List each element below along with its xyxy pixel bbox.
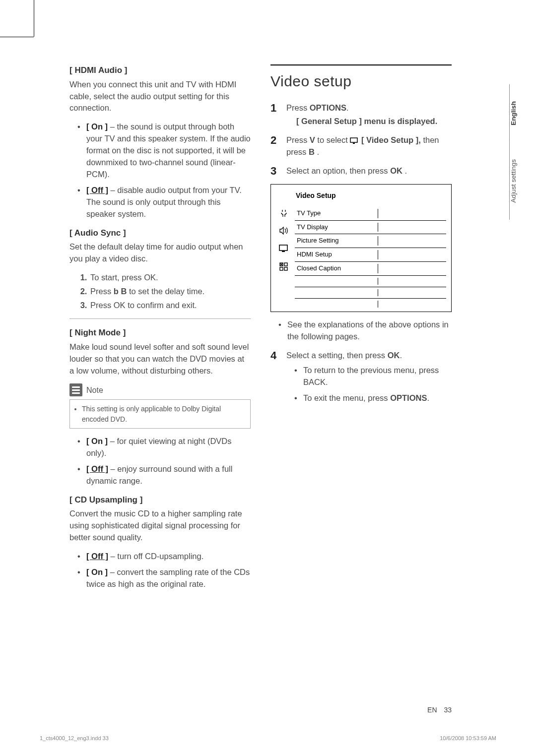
- note-label: Note: [86, 384, 103, 396]
- svg-rect-5: [284, 263, 287, 266]
- page-content: [ HDMI Audio ] When you connect this uni…: [69, 64, 452, 597]
- preference-setup-icon: [276, 262, 292, 271]
- osd-row-tvtype: TV Type: [297, 209, 378, 218]
- night-on-label: [ On ]: [86, 437, 108, 445]
- note-icon: [69, 383, 82, 396]
- step-1: 1 Press OPTIONS. [ General Setup ] menu …: [270, 102, 452, 128]
- cd-up-heading: [ CD Upsampling ]: [69, 494, 251, 506]
- svg-rect-7: [284, 267, 287, 270]
- hdmi-off-text: – disable audio output from your TV. The…: [86, 186, 242, 218]
- audio-sync-desc: Set the default delay time for audio out…: [69, 241, 251, 265]
- osd-title: Video Setup: [296, 190, 446, 200]
- video-setup-icon: [276, 245, 292, 253]
- svg-rect-2: [279, 245, 287, 251]
- audio-sync-step1: To start, press OK.: [89, 272, 251, 284]
- osd-row-tvdisplay: TV Display: [297, 223, 378, 232]
- night-mode-section: [ Night Mode ] Make loud sound level sof…: [69, 327, 251, 487]
- cd-off-item: [ Off ] – turn off CD-upsampling.: [69, 551, 251, 563]
- general-setup-icon: [276, 209, 292, 218]
- step-3: 3 Select an option, then press OK .: [270, 165, 452, 177]
- night-off-label: [ Off ]: [86, 464, 108, 473]
- osd-video-setup: Video Setup TV T: [270, 184, 452, 312]
- night-mode-desc: Make loud sound level softer and soft so…: [69, 341, 251, 377]
- night-off-item: [ Off ] – enjoy surround sound with a fu…: [69, 463, 251, 487]
- audio-sync-heading: [ Audio Sync ]: [69, 227, 251, 240]
- footer-page: 33: [444, 706, 452, 714]
- cd-off-text: – turn off CD-upsampling.: [108, 552, 203, 561]
- cd-off-label: [ Off ]: [86, 552, 108, 561]
- osd-icon-column: [276, 207, 292, 310]
- side-tab-language: English: [509, 84, 517, 142]
- svg-rect-3: [282, 251, 285, 252]
- hdmi-on-item: [ On ] – the sound is output through bot…: [69, 121, 251, 181]
- audio-sync-step2: Press b B to set the delay time.: [89, 286, 251, 298]
- audio-setup-icon: [276, 227, 292, 236]
- night-mode-heading: [ Night Mode ]: [69, 327, 251, 339]
- side-tab-section: Adjust settings: [509, 142, 517, 220]
- hdmi-off-label: [ Off ]: [86, 186, 108, 194]
- step4-exit: To exit the menu, press OPTIONS.: [286, 392, 452, 404]
- hdmi-audio-desc: When you connect this unit and TV with H…: [69, 79, 251, 115]
- cd-on-item: [ On ] – convert the sampling rate of th…: [69, 567, 251, 590]
- note-header: Note: [69, 383, 251, 396]
- osd-row-hdmi: HDMI Setup: [297, 250, 378, 259]
- osd-row-cc: Closed Caption: [297, 264, 378, 273]
- svg-rect-0: [350, 138, 357, 142]
- cd-up-desc: Convert the music CD to a higher samplin…: [69, 508, 251, 544]
- audio-sync-step3: Press OK to conﬁrm and exit.: [89, 300, 251, 312]
- above-options-note: See the explanations of the above option…: [270, 319, 452, 343]
- night-off-text: – enjoy surround sound with a full dynam…: [86, 464, 232, 485]
- hdmi-audio-heading: [ HDMI Audio ]: [69, 64, 251, 77]
- hdmi-audio-section: [ HDMI Audio ] When you connect this uni…: [69, 64, 251, 220]
- side-tabs: English Adjust settings: [509, 84, 520, 220]
- left-column: [ HDMI Audio ] When you connect this uni…: [69, 64, 251, 597]
- video-setup-title: Video setup: [270, 64, 452, 92]
- audio-sync-section: [ Audio Sync ] Set the default delay tim…: [69, 227, 251, 312]
- night-on-item: [ On ] – for quiet viewing at night (DVD…: [69, 436, 251, 459]
- note-box: This setting is only applicable to Dolby…: [69, 399, 251, 429]
- svg-rect-1: [353, 143, 355, 144]
- page-footer: EN 33: [427, 706, 452, 714]
- print-info-left: 1_cts4000_12_eng3.indd 33: [40, 735, 109, 741]
- cd-on-text: – convert the sampling rate of the CDs t…: [86, 567, 250, 588]
- right-column: Video setup 1 Press OPTIONS. [ General S…: [270, 64, 452, 597]
- divider: [69, 318, 251, 319]
- step-2: 2 Press V to select [ Video Setup ], the…: [270, 134, 452, 158]
- osd-row-picture: Picture Setting: [297, 236, 378, 246]
- osd-rows: TV Type TV Display Picture Setting HDMI …: [295, 207, 446, 310]
- hdmi-on-label: [ On ]: [86, 122, 108, 131]
- hdmi-on-text: – the sound is output through both your …: [86, 122, 251, 179]
- hdmi-off-item: [ Off ] – disable audio output from your…: [69, 185, 251, 220]
- step-4: 4 Select a setting, then press OK. To re…: [270, 350, 452, 411]
- cd-upsampling-section: [ CD Upsampling ] Convert the music CD t…: [69, 494, 251, 590]
- svg-rect-6: [280, 267, 283, 270]
- step1-result: [ General Setup ] menu is displayed.: [296, 117, 437, 126]
- print-info-right: 10/6/2008 10:53:59 AM: [440, 735, 496, 741]
- night-on-text: – for quiet viewing at night (DVDs only)…: [86, 437, 232, 457]
- footer-lang: EN: [427, 706, 437, 714]
- cd-on-label: [ On ]: [86, 567, 108, 576]
- note-text: This setting is only applicable to Dolby…: [82, 404, 245, 424]
- step4-return: To return to the previous menu, press BA…: [286, 365, 452, 388]
- monitor-icon: [350, 137, 359, 144]
